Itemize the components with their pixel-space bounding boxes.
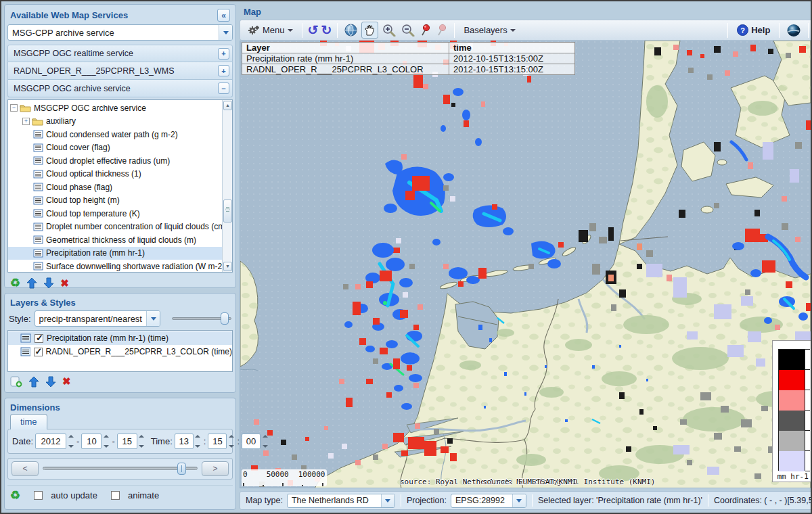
tree-layer-item[interactable]: Cloud cover (flag) (8, 141, 222, 155)
pan-tool-icon[interactable] (361, 22, 378, 39)
gears-icon (248, 25, 260, 36)
refresh-dimensions-button[interactable]: ♻ (10, 488, 20, 503)
chevron-down-icon (288, 29, 293, 32)
delete-layer-button[interactable]: ✖ (62, 375, 71, 388)
tree-root-node[interactable]: − MSGCPP OGC archive service (8, 101, 222, 115)
legend-color-bar (778, 349, 805, 471)
time-slider-thumb[interactable] (177, 463, 186, 475)
time-prev-button[interactable]: < (12, 461, 39, 476)
scroll-down-icon[interactable]: ▼ (223, 262, 232, 271)
time-slider[interactable] (43, 463, 198, 475)
tree-layer-item[interactable]: Cloud droplet effective radius (um) (8, 154, 222, 168)
layer-icon (33, 130, 43, 139)
move-layer-up-button[interactable] (28, 376, 39, 388)
day-stepper[interactable] (138, 434, 145, 449)
month-stepper[interactable] (102, 434, 110, 449)
add-pin-icon[interactable] (419, 22, 432, 38)
scrollbar-thumb[interactable] (223, 200, 232, 223)
services-panel: Available Web Map Services « MSG-CPP arc… (4, 4, 236, 288)
collapse-node-icon[interactable]: − (10, 104, 18, 112)
expand-node-icon[interactable]: + (22, 118, 30, 125)
redo-icon[interactable]: ↻ (321, 25, 332, 36)
coordinates-status: Coordinates: ( - , - )[5.39,52.16] (714, 496, 812, 505)
style-select[interactable]: precip-transparent/nearest (35, 310, 160, 327)
help-button[interactable]: ? Help (734, 22, 773, 38)
add-layer-button[interactable] (10, 376, 22, 388)
layer-icon (33, 249, 43, 258)
tree-scrollbar[interactable]: ▲ ▼ (222, 100, 232, 272)
tree-layer-item-selected[interactable]: Precipitation rate (mm hr-1) (8, 247, 222, 260)
move-down-button[interactable] (43, 277, 54, 289)
day-field[interactable]: 15 (117, 434, 137, 449)
service-row[interactable]: MSGCPP OGC realtime service + (7, 45, 233, 62)
selected-layer-status: Selected layer: 'Precipitation rate (mm … (538, 496, 702, 505)
auto-update-label: auto update (51, 490, 97, 500)
active-layer-list: Precipitation rate (mm hr-1) (time) RADN… (7, 330, 233, 372)
zoom-out-icon[interactable] (400, 22, 416, 38)
scroll-up-icon[interactable]: ▲ (223, 101, 232, 110)
year-stepper[interactable] (67, 434, 74, 449)
tab-time[interactable]: time (10, 414, 47, 429)
add-service-icon[interactable]: + (218, 48, 229, 60)
zoom-to-extent-icon[interactable] (343, 22, 359, 38)
add-service-icon[interactable]: + (218, 65, 229, 76)
opacity-slider[interactable] (172, 312, 231, 325)
time-next-button[interactable]: > (202, 461, 229, 476)
move-up-button[interactable] (26, 277, 37, 289)
auto-update-checkbox[interactable] (34, 491, 43, 500)
layer-icon (33, 196, 43, 205)
layer-icon (33, 156, 43, 165)
tree-layer-item[interactable]: Geometrical thickness of liquid clouds (… (8, 233, 222, 247)
year-field[interactable]: 2012 (35, 434, 66, 449)
collapse-sidebar-button[interactable]: « (217, 9, 230, 22)
tree-layer-item[interactable]: Cloud condensed water path (g m-2) (8, 128, 222, 141)
layer-visibility-checkbox[interactable] (34, 348, 43, 356)
tree-layer-item[interactable]: Surface downwelling shortwave radiation … (8, 260, 222, 273)
info-row: RADNL_OPER_R___25PCPRR_L3_COLOR 2012-10-… (242, 64, 575, 75)
month-field[interactable]: 10 (81, 434, 102, 449)
minute-field[interactable]: 15 (208, 434, 227, 449)
map-type-select[interactable]: The Netherlands RD (287, 494, 395, 508)
minute-stepper[interactable] (227, 434, 235, 449)
projection-select[interactable]: EPSG:28992 (451, 494, 526, 508)
services-panel-title: Available Web Map Services (10, 10, 128, 20)
undo-icon[interactable]: ↺ (308, 25, 319, 36)
tree-folder-auxiliary[interactable]: + auxiliary (8, 115, 222, 128)
active-layer-row-selected[interactable]: Precipitation rate (mm hr-1) (time) (8, 331, 232, 345)
active-layer-row[interactable]: RADNL_OPER_R___25PCPRR_L3_COLOR (time) (8, 345, 232, 358)
tree-layer-item[interactable]: Droplet number concentration of liquid c… (8, 220, 222, 234)
layer-icon (33, 223, 43, 231)
tree-layer-item[interactable]: Cloud top height (m) (8, 194, 222, 208)
tree-layer-item[interactable]: Cloud optical thickness (1) (8, 168, 222, 181)
service-select[interactable]: MSG-CPP archive service (7, 24, 233, 41)
map-canvas[interactable] (240, 41, 811, 488)
legend-unit: mm hr-1 (777, 472, 808, 481)
move-layer-down-button[interactable] (45, 376, 56, 388)
service-row[interactable]: MSGCPP OGC archive service − (7, 80, 233, 97)
style-select-value: precip-transparent/nearest (35, 314, 146, 324)
second-stepper[interactable] (261, 434, 269, 449)
chevron-down-icon (512, 494, 526, 507)
second-field[interactable]: 00 (242, 434, 261, 449)
delete-button[interactable]: ✖ (60, 277, 69, 289)
layer-icon (33, 143, 43, 152)
hour-field[interactable]: 13 (175, 434, 194, 449)
zoom-in-icon[interactable] (381, 22, 397, 38)
tree-layer-item[interactable]: Cloud phase (flag) (8, 181, 222, 194)
layer-visibility-checkbox[interactable] (35, 334, 43, 343)
refresh-service-button[interactable]: ♻ (10, 276, 20, 290)
map-source-text: source: Royal Netherlands Meteorological… (400, 477, 656, 487)
menu-button[interactable]: Menu (244, 23, 296, 38)
map-legend: 100.0 31.62 10.00 3.162 1.000 0.316 0.10… (772, 340, 812, 482)
baselayers-button[interactable]: Baselayers (460, 23, 518, 37)
hour-stepper[interactable] (194, 434, 202, 449)
google-earth-icon[interactable] (785, 22, 803, 39)
animate-checkbox[interactable] (111, 491, 120, 500)
map-viewport[interactable]: Layer time Precipitation rate (mm hr-1) … (240, 41, 812, 488)
remove-service-icon[interactable]: − (218, 83, 229, 94)
service-row[interactable]: RADNL_OPER_R___25PCPRR_L3_WMS + (7, 62, 233, 80)
tree-layer-item[interactable]: Cloud top temperature (K) (8, 207, 222, 220)
remove-pin-icon[interactable] (435, 22, 449, 38)
opacity-slider-thumb[interactable] (221, 312, 229, 325)
chevron-down-icon (146, 311, 160, 326)
